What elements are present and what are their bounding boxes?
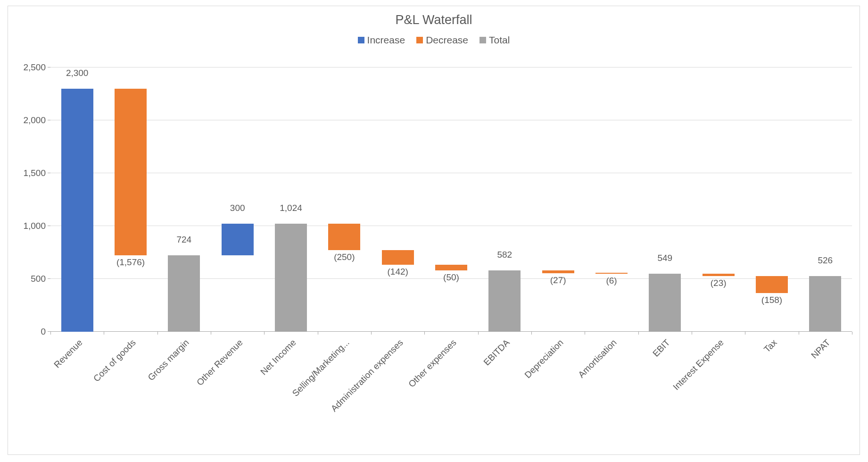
chart-frame: P&L Waterfall IncreaseDecreaseTotal 0500…: [8, 6, 860, 455]
bar-decrease: [115, 89, 147, 255]
bar-total: [275, 224, 307, 332]
plot-area: 05001,0001,5002,0002,5002,300Revenue(1,5…: [50, 67, 852, 332]
data-label: (23): [692, 278, 745, 288]
category-label: Cost of goods: [91, 337, 138, 384]
legend-label: Decrease: [426, 34, 468, 46]
category-label: Net Income: [258, 337, 298, 377]
bar-decrease: [595, 273, 628, 274]
y-tick-label: 2,500: [23, 62, 46, 73]
category-label: NPAT: [809, 337, 832, 361]
x-tick-mark: [50, 332, 51, 335]
data-label: 1,024: [264, 203, 317, 213]
x-tick-mark: [638, 332, 639, 335]
legend-swatch: [479, 37, 486, 43]
data-label: (158): [745, 295, 798, 305]
category-label: Tax: [762, 337, 779, 354]
legend-swatch: [358, 37, 364, 43]
category-label: EBITDA: [482, 337, 512, 368]
x-tick-mark: [264, 332, 265, 335]
y-tick-label: 0: [41, 327, 46, 337]
y-tick-label: 1,500: [23, 168, 46, 178]
legend-swatch: [416, 37, 423, 43]
data-label: (142): [371, 267, 424, 277]
bar-slot: (158)Tax: [745, 67, 798, 332]
bar-total: [488, 270, 521, 332]
data-label: (6): [585, 276, 638, 286]
category-label: Gross margin: [146, 337, 191, 383]
x-tick-mark: [157, 332, 158, 335]
bar-increase: [61, 89, 93, 332]
category-label: EBIT: [651, 337, 672, 359]
bar-total: [649, 274, 681, 332]
bar-slot: (142)Administration expenses: [371, 67, 424, 332]
bar-slot: 549EBIT: [638, 67, 692, 332]
y-tick-label: 2,000: [23, 115, 46, 126]
legend-item: Total: [479, 34, 510, 46]
category-label: Other expenses: [406, 337, 458, 389]
bar-decrease: [703, 274, 735, 276]
bar-total: [809, 276, 841, 332]
bar-decrease: [756, 276, 788, 293]
bar-slot: 2,300Revenue: [50, 67, 104, 332]
x-tick-mark: [371, 332, 372, 335]
legend-item: Decrease: [416, 34, 468, 46]
x-tick-mark: [692, 332, 692, 335]
x-tick-mark: [104, 332, 104, 335]
legend-label: Increase: [367, 34, 405, 46]
data-label: (1,576): [104, 257, 157, 268]
bar-slot: 1,024Net Income: [264, 67, 317, 332]
bar-increase: [222, 224, 254, 255]
bar-slot: (6)Amortisation: [585, 67, 638, 332]
x-tick-mark: [424, 332, 425, 335]
data-label: 526: [799, 255, 852, 266]
data-label: 724: [157, 235, 211, 245]
data-label: 549: [638, 253, 692, 263]
bar-slot: 300Other Revenue: [211, 67, 264, 332]
x-tick-mark: [852, 332, 852, 335]
bar-slot: (50)Other expenses: [424, 67, 478, 332]
category-label: Other Revenue: [195, 337, 245, 388]
data-label: (50): [424, 272, 478, 283]
chart-title: P&L Waterfall: [8, 13, 860, 27]
data-label: 582: [478, 250, 531, 260]
y-tick-label: 500: [31, 274, 46, 284]
x-tick-mark: [531, 332, 532, 335]
bar-decrease: [328, 224, 360, 250]
bar-slot: (27)Depreciation: [531, 67, 585, 332]
bar-decrease: [542, 270, 574, 273]
data-label: (27): [531, 275, 585, 286]
bar-decrease: [382, 250, 414, 265]
legend-label: Total: [489, 34, 510, 46]
category-label: Amortisation: [576, 337, 619, 380]
legend-item: Increase: [358, 34, 405, 46]
bar-decrease: [435, 265, 467, 270]
data-label: (250): [318, 252, 371, 262]
x-tick-mark: [799, 332, 799, 335]
data-label: 2,300: [50, 68, 104, 78]
category-label: Selling/Marketing...: [290, 337, 352, 399]
x-tick-mark: [745, 332, 745, 335]
category-label: Interest Expense: [671, 337, 726, 392]
bar-slot: (23)Interest Expense: [692, 67, 745, 332]
x-tick-mark: [478, 332, 479, 335]
bar-slot: (1,576)Cost of goods: [104, 67, 157, 332]
category-label: Depreciation: [522, 337, 565, 380]
category-label: Revenue: [52, 337, 84, 370]
bar-total: [168, 255, 200, 332]
x-tick-mark: [585, 332, 585, 335]
bar-slot: 582EBITDA: [478, 67, 531, 332]
x-tick-mark: [318, 332, 318, 335]
y-tick-label: 1,000: [23, 221, 46, 231]
data-label: 300: [211, 203, 264, 213]
legend: IncreaseDecreaseTotal: [8, 34, 860, 46]
x-tick-mark: [211, 332, 211, 335]
bar-slot: 724Gross margin: [157, 67, 211, 332]
bar-slot: (250)Selling/Marketing...: [318, 67, 371, 332]
bar-slot: 526NPAT: [799, 67, 852, 332]
